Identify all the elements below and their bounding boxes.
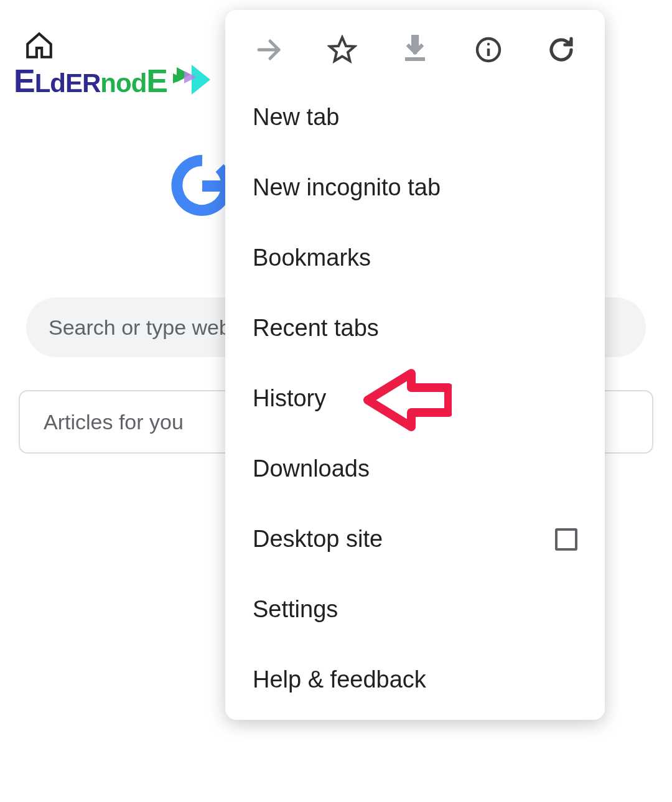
- menu-item-settings[interactable]: Settings: [225, 574, 605, 645]
- menu-item-recent-tabs[interactable]: Recent tabs: [225, 293, 605, 363]
- download-icon[interactable]: [399, 34, 431, 66]
- menu-item-new-tab[interactable]: New tab: [225, 82, 605, 152]
- reload-icon[interactable]: [545, 34, 577, 66]
- forward-icon[interactable]: [253, 34, 285, 66]
- menu-item-bookmarks[interactable]: Bookmarks: [225, 223, 605, 293]
- logo-mark-icon: [173, 62, 217, 105]
- menu-item-label: New tab: [253, 104, 339, 131]
- menu-icon-row: [225, 10, 605, 82]
- menu-item-help-feedback[interactable]: Help & feedback: [225, 645, 605, 715]
- articles-label: Articles for you: [44, 410, 184, 434]
- menu-item-history[interactable]: History: [225, 363, 605, 434]
- svg-rect-9: [405, 57, 425, 61]
- menu-item-label: Help & feedback: [253, 666, 426, 693]
- menu-item-downloads[interactable]: Downloads: [225, 434, 605, 504]
- menu-item-label: History: [253, 385, 326, 412]
- menu-item-label: Recent tabs: [253, 315, 379, 342]
- google-logo-icon: [171, 154, 233, 217]
- svg-point-12: [487, 43, 489, 45]
- menu-item-label: Downloads: [253, 455, 370, 482]
- eldernode-logo: ELdERnodE: [14, 62, 217, 105]
- menu-item-label: New incognito tab: [253, 174, 441, 201]
- menu-item-label: Desktop site: [253, 526, 383, 553]
- menu-item-label: Settings: [253, 596, 338, 623]
- svg-marker-6: [330, 37, 355, 61]
- menu-item-desktop-site[interactable]: Desktop site: [225, 504, 605, 574]
- desktop-site-checkbox[interactable]: [555, 528, 577, 551]
- svg-marker-1: [192, 65, 210, 95]
- home-icon[interactable]: [24, 30, 55, 61]
- menu-item-label: Bookmarks: [253, 245, 371, 271]
- overflow-menu: New tab New incognito tab Bookmarks Rece…: [225, 10, 605, 720]
- info-icon[interactable]: [472, 34, 505, 66]
- svg-rect-4: [202, 180, 228, 192]
- menu-item-new-incognito-tab[interactable]: New incognito tab: [225, 152, 605, 223]
- star-icon[interactable]: [326, 34, 358, 66]
